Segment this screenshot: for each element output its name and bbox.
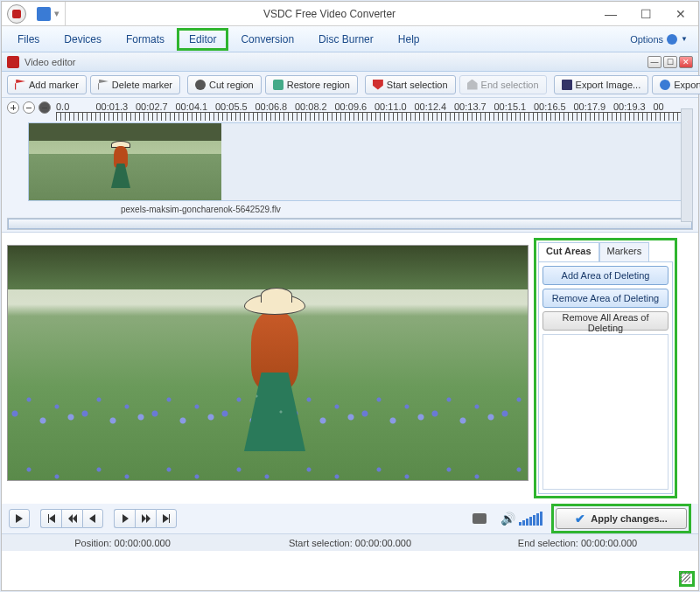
app-window: ▾ VSDC Free Video Converter — ☐ ✕ Files … [1, 1, 699, 591]
export-audio-icon [660, 80, 670, 90]
export-image-button[interactable]: Export Image... [554, 75, 649, 94]
preview-area: Cut Areas Markers Add Area of Deleting R… [2, 233, 698, 504]
apply-changes-highlight: ✔ Apply changes... [551, 504, 691, 533]
go-end-button[interactable] [156, 509, 177, 528]
resize-grip-highlight [679, 571, 695, 587]
statusbar: Position: 00:00:00.000 Start selection: … [2, 533, 698, 551]
step-fwd-group [114, 509, 177, 528]
qat-dropdown-icon[interactable] [37, 7, 51, 21]
timeline-track[interactable] [28, 122, 693, 201]
add-marker-button[interactable]: Add marker [7, 75, 87, 94]
maximize-button[interactable]: ☐ [628, 3, 663, 25]
flag-grey-icon [98, 80, 108, 90]
remove-all-areas-button[interactable]: Remove All Areas of Deleting [542, 311, 668, 331]
gear-icon [667, 34, 677, 45]
menu-formats[interactable]: Formats [114, 28, 177, 51]
quick-access-toolbar: ▾ [32, 2, 66, 25]
check-icon: ✔ [575, 512, 585, 526]
cut-areas-panel: Cut Areas Markers Add Area of Deleting R… [534, 238, 677, 498]
track-empty [221, 123, 692, 200]
video-preview[interactable] [7, 245, 528, 481]
resize-grip[interactable] [680, 572, 690, 582]
speaker-icon[interactable]: 🔊 [500, 512, 515, 526]
play-button[interactable] [9, 509, 30, 528]
editor-toolbar: Add marker Delete marker Cut region Rest… [2, 72, 698, 98]
scissors-icon [195, 80, 206, 90]
ruler-labels: 0.000:01.300:02.700:04.100:05.500:06.800… [56, 101, 693, 112]
restore-icon [273, 80, 284, 90]
subwin-maximize-button[interactable]: ☐ [663, 56, 677, 68]
timeline-h-scrollbar[interactable] [7, 218, 693, 230]
restore-region-button[interactable]: Restore region [265, 75, 358, 94]
menu-help[interactable]: Help [386, 28, 432, 51]
status-position: Position: 00:00:00.000 [9, 538, 236, 548]
tab-cut-areas[interactable]: Cut Areas [538, 242, 599, 261]
export-image-icon [562, 80, 572, 90]
fast-fwd-button[interactable] [135, 509, 156, 528]
flag-red-icon [15, 80, 25, 90]
status-end-selection: End selection: 00:00:00.000 [464, 538, 691, 548]
export-audio-button[interactable]: Export Audio... [652, 75, 700, 94]
clip-filename: pexels-maksim-goncharenok-5642529.flv [7, 203, 693, 216]
menu-conversion[interactable]: Conversion [228, 28, 306, 51]
status-start-selection: Start selection: 00:00:00.000 [236, 538, 464, 548]
editor-icon [7, 56, 19, 68]
titlebar: ▾ VSDC Free Video Converter — ☐ ✕ [2, 2, 698, 26]
options-link[interactable]: Options ▼ [623, 34, 695, 45]
start-selection-button[interactable]: Start selection [365, 75, 456, 94]
subwin-minimize-button[interactable]: — [648, 56, 662, 68]
add-area-button[interactable]: Add Area of Deleting [542, 266, 668, 285]
minimize-button[interactable]: — [593, 3, 628, 25]
close-button[interactable]: ✕ [663, 3, 698, 25]
qat-separator: ▾ [54, 8, 60, 19]
zoom-out-button[interactable] [23, 101, 35, 114]
window-controls: — ☐ ✕ [593, 3, 698, 25]
editor-title: Video editor [24, 57, 642, 67]
cut-region-button[interactable]: Cut region [187, 75, 262, 94]
app-icon [7, 4, 26, 24]
editor-subwindow-titlebar: Video editor — ☐ ✕ [2, 52, 698, 72]
tab-markers[interactable]: Markers [599, 242, 650, 261]
ruler-ticks [56, 112, 693, 121]
window-title: VSDC Free Video Converter [66, 8, 593, 20]
step-back-group [40, 509, 103, 528]
menu-devices[interactable]: Devices [52, 28, 114, 51]
delete-marker-button[interactable]: Delete marker [90, 75, 180, 94]
go-start-button[interactable] [40, 509, 61, 528]
apply-changes-button[interactable]: ✔ Apply changes... [556, 508, 687, 529]
volume-slider[interactable] [519, 512, 542, 526]
clip-thumbnail[interactable] [29, 123, 221, 200]
step-back-button[interactable] [82, 509, 103, 528]
remove-area-button[interactable]: Remove Area of Deleting [542, 289, 668, 308]
selection-end-icon [467, 80, 478, 90]
options-label: Options [630, 34, 663, 45]
zoom-in-button[interactable] [7, 101, 19, 114]
zoom-fit-button[interactable] [38, 101, 51, 114]
step-fwd-button[interactable] [114, 509, 135, 528]
chevron-down-icon: ▼ [681, 35, 688, 43]
end-selection-button[interactable]: End selection [459, 75, 547, 94]
menu-disc-burner[interactable]: Disc Burner [306, 28, 386, 51]
snapshot-icon[interactable] [472, 513, 486, 524]
rewind-button[interactable] [61, 509, 82, 528]
menu-editor[interactable]: Editor [177, 28, 228, 51]
subwin-close-button[interactable]: ✕ [679, 56, 693, 68]
selection-start-icon [373, 80, 383, 90]
playback-bar: 🔊 ✔ Apply changes... [2, 504, 698, 533]
menubar: Files Devices Formats Editor Conversion … [2, 26, 698, 52]
timeline-v-scrollbar[interactable] [681, 108, 693, 222]
menu-files[interactable]: Files [5, 28, 52, 51]
cut-areas-list[interactable] [542, 334, 668, 490]
timeline-panel: 0.000:01.300:02.700:04.100:05.500:06.800… [2, 98, 698, 233]
timeline-ruler[interactable]: 0.000:01.300:02.700:04.100:05.500:06.800… [56, 101, 693, 121]
